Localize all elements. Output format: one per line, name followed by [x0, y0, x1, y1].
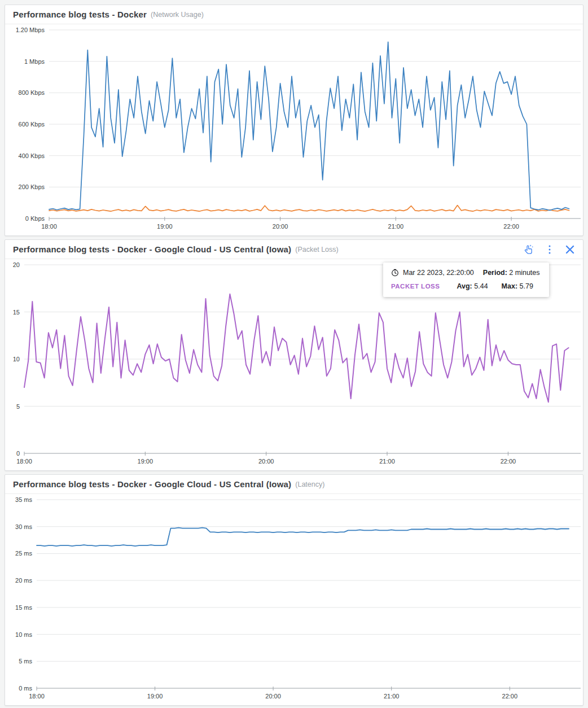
- tooltip-max-label: Max:: [502, 282, 517, 290]
- chart-tooltip: Mar 22 2023, 22:20:00 Period: 2 minutes …: [383, 263, 549, 297]
- panel-title: Performance blog tests - Docker - Google…: [13, 244, 291, 254]
- panel-toolbar: [523, 243, 575, 255]
- close-icon[interactable]: [565, 244, 575, 255]
- latency-plot[interactable]: 35 ms30 ms25 ms20 ms15 ms10 ms5 ms0 ms18…: [5, 494, 583, 705]
- panel-title: Performance blog tests - Docker - Google…: [13, 479, 291, 489]
- svg-text:18:00: 18:00: [16, 458, 32, 465]
- annotate-pointer-icon[interactable]: [523, 243, 534, 255]
- tooltip-period-label: Period:: [483, 269, 507, 277]
- panel-header: Performance blog tests - Docker - Google…: [5, 240, 583, 259]
- svg-text:19:00: 19:00: [138, 458, 153, 465]
- network-usage-plot[interactable]: 1.20 Mbps1 Mbps800 Kbps600 Kbps400 Kbps2…: [5, 24, 583, 235]
- tooltip-time-row: Mar 22 2023, 22:20:00 Period: 2 minutes: [391, 269, 540, 277]
- tooltip-avg-value: 5.44: [474, 282, 488, 290]
- svg-text:20:00: 20:00: [258, 458, 274, 465]
- svg-text:0 ms: 0 ms: [19, 685, 32, 692]
- svg-text:18:00: 18:00: [41, 223, 57, 230]
- more-options-icon[interactable]: [545, 244, 554, 255]
- panel-header: Performance blog tests - Docker (Network…: [5, 5, 583, 24]
- panel-subtitle: (Latency): [295, 480, 324, 488]
- panel-title: Performance blog tests - Docker: [13, 10, 147, 19]
- network-usage-chart[interactable]: 1.20 Mbps1 Mbps800 Kbps600 Kbps400 Kbps2…: [5, 24, 583, 235]
- packet-loss-chart[interactable]: 2015105018:0019:0020:0021:0022:00 Mar 22…: [5, 259, 583, 470]
- svg-text:15 ms: 15 ms: [15, 604, 32, 611]
- svg-text:5 ms: 5 ms: [19, 658, 32, 665]
- svg-text:0: 0: [16, 450, 20, 457]
- svg-text:0 Kbps: 0 Kbps: [25, 215, 45, 222]
- panel-latency: Performance blog tests - Docker - Google…: [5, 474, 583, 706]
- svg-text:20: 20: [13, 261, 20, 268]
- svg-text:19:00: 19:00: [157, 223, 173, 230]
- tooltip-period-value: 2 minutes: [509, 269, 539, 277]
- tooltip-timestamp: Mar 22 2023, 22:20:00: [403, 269, 474, 277]
- panel-network-usage: Performance blog tests - Docker (Network…: [5, 5, 583, 236]
- svg-text:200 Kbps: 200 Kbps: [19, 183, 45, 190]
- svg-text:20:00: 20:00: [265, 693, 281, 700]
- svg-text:30 ms: 30 ms: [15, 523, 32, 530]
- panel-subtitle: (Network Usage): [151, 11, 204, 19]
- svg-text:15: 15: [13, 309, 20, 316]
- svg-text:400 Kbps: 400 Kbps: [19, 152, 45, 159]
- svg-text:22:00: 22:00: [501, 458, 516, 465]
- svg-text:600 Kbps: 600 Kbps: [19, 121, 45, 128]
- svg-text:10: 10: [13, 356, 20, 362]
- tooltip-series-label: PACKET LOSS: [391, 283, 440, 290]
- svg-text:1 Mbps: 1 Mbps: [24, 58, 45, 65]
- svg-text:1.20 Mbps: 1.20 Mbps: [16, 27, 45, 33]
- svg-text:20:00: 20:00: [273, 223, 288, 230]
- svg-text:21:00: 21:00: [379, 458, 395, 465]
- svg-text:21:00: 21:00: [384, 693, 400, 700]
- tooltip-avg-label: Avg:: [457, 282, 472, 290]
- panel-packet-loss: Performance blog tests - Docker - Google…: [5, 239, 583, 471]
- svg-text:35 ms: 35 ms: [15, 496, 32, 503]
- svg-text:22:00: 22:00: [502, 693, 518, 700]
- clock-icon: [391, 269, 399, 277]
- tooltip-values-row: PACKET LOSS Avg: 5.44 Max: 5.79: [391, 282, 540, 290]
- svg-text:18:00: 18:00: [29, 693, 45, 700]
- svg-text:10 ms: 10 ms: [15, 631, 32, 638]
- latency-chart[interactable]: 35 ms30 ms25 ms20 ms15 ms10 ms5 ms0 ms18…: [5, 494, 583, 705]
- svg-text:20 ms: 20 ms: [15, 577, 32, 584]
- svg-text:5: 5: [16, 403, 20, 410]
- svg-text:21:00: 21:00: [388, 223, 404, 230]
- svg-text:800 Kbps: 800 Kbps: [19, 89, 45, 96]
- svg-text:19:00: 19:00: [147, 693, 163, 700]
- tooltip-max-value: 5.79: [520, 282, 533, 290]
- svg-text:22:00: 22:00: [503, 223, 519, 230]
- panel-header: Performance blog tests - Docker - Google…: [5, 475, 583, 494]
- svg-text:25 ms: 25 ms: [15, 550, 32, 557]
- panel-subtitle: (Packet Loss): [295, 246, 338, 254]
